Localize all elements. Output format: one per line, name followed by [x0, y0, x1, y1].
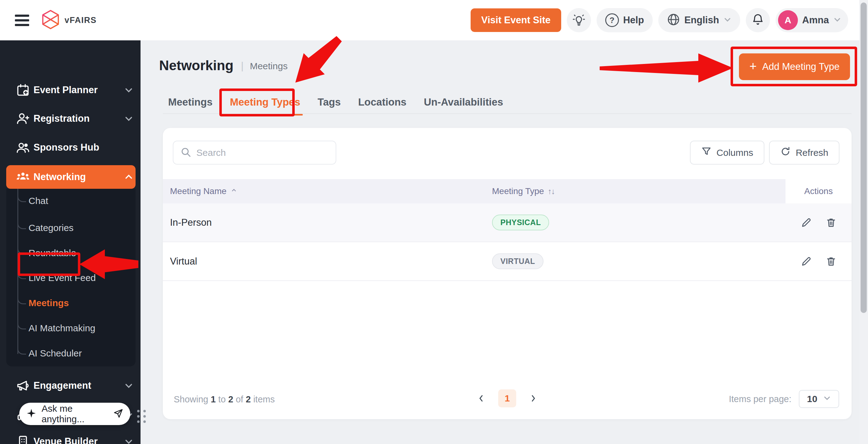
- language-selector[interactable]: English: [658, 8, 740, 32]
- chevron-down-icon: [723, 16, 732, 25]
- user-plus-icon: [16, 112, 30, 125]
- next-page-button[interactable]: [527, 392, 540, 405]
- refresh-button[interactable]: Refresh: [769, 141, 839, 165]
- avatar: A: [778, 10, 798, 30]
- funnel-icon: [701, 146, 712, 159]
- delete-button[interactable]: [826, 217, 837, 228]
- megaphone-icon: [16, 379, 30, 392]
- sidebar-item-networking[interactable]: Networking: [0, 164, 141, 190]
- notifications-button[interactable]: [746, 8, 770, 32]
- globe-icon: [667, 13, 680, 27]
- column-header-actions: Actions: [785, 179, 851, 203]
- sort-both-icon: ↑↓: [548, 187, 555, 196]
- annotation-box-meeting-types-tab: [219, 88, 295, 116]
- items-per-page-label: Items per page:: [729, 394, 792, 404]
- cell-meeting-name: In-Person: [163, 203, 485, 242]
- tab-tags[interactable]: Tags: [318, 96, 341, 116]
- ask-ai-input[interactable]: Ask me anything...: [19, 403, 130, 425]
- breadcrumb: Meetings: [250, 61, 287, 71]
- search-input[interactable]: [196, 147, 329, 158]
- bell-icon: [751, 13, 765, 27]
- send-icon[interactable]: [113, 408, 123, 420]
- idea-bulb-button[interactable]: [567, 8, 591, 32]
- lightbulb-icon: [572, 13, 585, 27]
- table-toolbar: Columns Refresh: [690, 141, 839, 165]
- sidebar-item-event-planner[interactable]: Event Planner: [0, 77, 141, 103]
- sidebar-item-categories[interactable]: Categories: [0, 216, 135, 240]
- column-header-meeting-type[interactable]: Meeting Type ↑↓: [485, 179, 785, 203]
- column-header-meeting-name[interactable]: Meeting Name: [163, 179, 485, 203]
- tab-bar: Meetings Meeting Types Tags Locations Un…: [168, 96, 503, 116]
- annotation-box-meetings-sidebar: [18, 253, 80, 276]
- cell-actions: [785, 203, 851, 242]
- meeting-types-card: Columns Refresh Meeting Name Me: [163, 128, 851, 419]
- help-button[interactable]: ? Help: [596, 8, 653, 32]
- pager: 1: [475, 389, 540, 407]
- items-per-page: Items per page: 10: [729, 390, 839, 408]
- user-menu[interactable]: A Amna: [776, 8, 848, 32]
- search-box[interactable]: [173, 141, 336, 165]
- sort-asc-icon: [230, 186, 238, 196]
- annotation-box-add-meeting-type: [731, 47, 857, 86]
- delete-button[interactable]: [826, 256, 837, 267]
- annotation-arrow-meetings-sidebar: [80, 248, 138, 280]
- annotation-arrow-add-meeting-type: [600, 51, 733, 85]
- building-icon: [16, 435, 30, 444]
- status-badge: PHYSICAL: [492, 214, 549, 230]
- app-screen: vFAIRS Visit Event Site ? Help: [0, 0, 868, 444]
- chevron-down-icon: [123, 437, 134, 444]
- table-row[interactable]: In-Person PHYSICAL: [163, 203, 851, 242]
- chevron-down-icon: [823, 394, 831, 404]
- cell-meeting-type: VIRTUAL: [485, 242, 785, 280]
- sidebar-item-meetings[interactable]: Meetings: [0, 291, 135, 315]
- page-header: Networking | Meetings: [159, 58, 287, 73]
- tab-meetings[interactable]: Meetings: [168, 96, 213, 116]
- sidebar-drag-handle[interactable]: [137, 410, 146, 423]
- chevron-down-icon: [833, 16, 841, 25]
- chevron-down-icon: [123, 85, 134, 95]
- scrollbar-thumb[interactable]: [861, 2, 867, 313]
- edit-button[interactable]: [801, 256, 812, 267]
- items-per-page-select[interactable]: 10: [799, 390, 839, 408]
- previous-page-button[interactable]: [475, 392, 488, 405]
- showing-summary: Showing 1 to 2 of 2 items: [174, 394, 275, 405]
- brand-logo[interactable]: vFAIRS: [41, 10, 97, 31]
- hamburger-menu-icon[interactable]: [15, 14, 29, 26]
- edit-button[interactable]: [801, 217, 812, 228]
- tab-un-availabilities[interactable]: Un-Availabilities: [424, 96, 503, 116]
- table-header: Meeting Name Meeting Type ↑↓ Actions: [163, 179, 851, 203]
- sidebar: Event Planner Registration: [0, 40, 141, 444]
- topbar: vFAIRS Visit Event Site ? Help: [0, 0, 868, 40]
- title-divider: |: [241, 60, 244, 72]
- sidebar-item-sponsors-hub[interactable]: Sponsors Hub: [0, 134, 141, 161]
- sparkle-icon: [26, 408, 37, 420]
- visit-event-site-button[interactable]: Visit Event Site: [471, 8, 561, 32]
- sidebar-item-chat[interactable]: Chat: [0, 189, 135, 213]
- topbar-actions: Visit Event Site ? Help: [471, 8, 848, 32]
- sidebar-item-ai-scheduler[interactable]: AI Scheduler: [0, 342, 135, 365]
- calendar-plus-icon: [16, 83, 30, 97]
- table-row[interactable]: Virtual VIRTUAL: [163, 242, 851, 281]
- pagination-bar: Showing 1 to 2 of 2 items 1: [163, 387, 851, 412]
- page-scrollbar[interactable]: [859, 0, 868, 444]
- users-group-icon: [16, 170, 30, 184]
- sidebar-item-ai-matchmaking[interactable]: AI Matchmaking: [0, 316, 135, 340]
- refresh-icon: [780, 146, 791, 159]
- sidebar-item-engagement[interactable]: Engagement: [0, 372, 141, 399]
- columns-button[interactable]: Columns: [690, 141, 765, 165]
- status-badge: VIRTUAL: [492, 254, 544, 269]
- brand-name: vFAIRS: [64, 16, 97, 25]
- sidebar-item-venue-builder[interactable]: Venue Builder: [0, 428, 141, 444]
- cell-meeting-type: PHYSICAL: [485, 203, 785, 242]
- cell-actions: [785, 242, 851, 280]
- chevron-down-icon: [123, 381, 134, 390]
- users-icon: [16, 141, 30, 154]
- chevron-down-icon: [123, 114, 134, 123]
- vfairs-logo-icon: [41, 10, 60, 31]
- sidebar-item-registration[interactable]: Registration: [0, 105, 141, 132]
- search-icon: [180, 147, 191, 159]
- question-circle-icon: ?: [605, 13, 619, 27]
- page-number[interactable]: 1: [498, 389, 516, 407]
- tab-locations[interactable]: Locations: [358, 96, 406, 116]
- chevron-up-icon: [123, 172, 134, 182]
